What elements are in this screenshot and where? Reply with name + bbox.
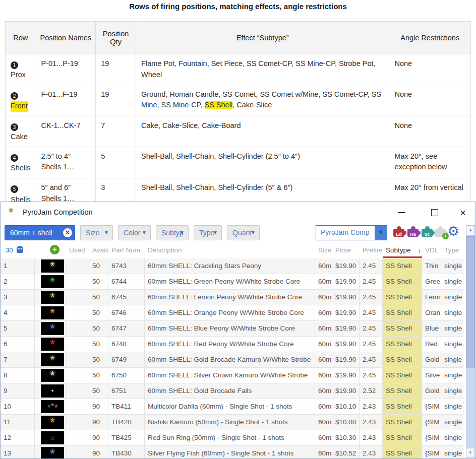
prefire-cell: 2.43: [360, 430, 383, 445]
burst-glyph: *: [50, 306, 55, 319]
doc-angle-cell: None: [389, 85, 471, 116]
filter-dropdown-quant[interactable]: Quant▼: [227, 225, 260, 240]
type-cell: single: [441, 274, 463, 289]
price-cell: $19.90: [332, 258, 360, 274]
doc-position-names-cell: 2.5″ to 4″ Shells 1…: [36, 147, 96, 178]
thumbnail-cell: •: [35, 383, 66, 399]
row-number-cell: 12: [1, 430, 35, 445]
grid-header-part-num[interactable]: Part Num: [108, 243, 145, 257]
doc-header-effect-subtype: Effect “Subtype”: [136, 22, 389, 54]
grid-header-size[interactable]: Size: [315, 243, 332, 257]
grid-row[interactable]: 2*50674460mm SHELL: Green Peony W/White …: [1, 274, 463, 290]
grid-row[interactable]: 8*50675060mm SHELL: Silver Crown Kamuro …: [1, 368, 463, 383]
doc-effects-cell: Flame Pot, Fountain, Set Piece, SS Comet…: [136, 54, 389, 85]
doc-row-label-cell: 3Cake: [6, 116, 36, 147]
part-num-cell: 6751: [108, 383, 145, 399]
available-cell: 50: [89, 274, 108, 289]
grid-row[interactable]: 6*50674860mm SHELL: Red Peony W/White St…: [1, 337, 463, 352]
filter-dropdown-color[interactable]: Color▼: [118, 225, 151, 240]
grid-row[interactable]: 11*90TB420Nishiki Kamuro (50mm) - Single…: [1, 415, 463, 430]
burst-glyph: *: [50, 275, 55, 288]
grid-row[interactable]: 7*50674960mm SHELL: Gold Brocade Kamuro …: [1, 352, 463, 368]
price-cell: $19.90: [332, 290, 360, 305]
prefire-cell: 2.43: [360, 415, 383, 430]
puzzle-icon-ra[interactable]: Ra: [407, 229, 419, 237]
effect-text: Shell-Ball, Shell-Chain, Shell-Cylinder …: [141, 183, 292, 191]
chevron-down-icon: ▼: [180, 226, 185, 240]
collection-select[interactable]: PyroJam Comp ▼: [316, 225, 387, 240]
burst-glyph: *: [50, 369, 55, 382]
size-cell: 60mm: [315, 383, 332, 399]
puzzle-icon-sc[interactable]: Sc: [422, 229, 433, 237]
maximize-button[interactable]: [427, 206, 442, 219]
grid-row[interactable]: 5*50674760mm SHELL: Blue Peony W/White S…: [1, 321, 463, 337]
grid-header-vdl[interactable]: VDL: [422, 243, 441, 257]
filter-dropdown-type[interactable]: Type▼: [194, 225, 222, 240]
scroll-down-icon[interactable]: ▼: [466, 448, 475, 458]
grid-row[interactable]: 9•50675160mm SHELL: Gold Brocade Falls60…: [1, 383, 463, 399]
used-cell: [66, 337, 89, 352]
used-cell: [66, 352, 89, 367]
close-button[interactable]: ×: [455, 206, 470, 219]
grid-header-availa[interactable]: Availa: [89, 243, 108, 257]
burst-glyph: *: [50, 322, 55, 335]
clear-search-icon[interactable]: ✕: [63, 228, 72, 237]
part-num-cell: 6748: [108, 337, 145, 352]
filter-dropdown-subtyp[interactable]: Subtyp▼: [156, 225, 189, 240]
firework-thumbnail: *: [41, 369, 64, 382]
puzzle-icon-ed[interactable]: Ed: [393, 229, 404, 237]
grid-row[interactable]: 4*50674660mm SHELL: Orange Peony W/White…: [1, 305, 463, 321]
firework-thumbnail: *: [41, 306, 64, 319]
part-num-cell: 6750: [108, 368, 145, 383]
prefire-cell: 2.45: [360, 337, 383, 352]
used-cell: [66, 305, 89, 320]
burst-glyph: *: [50, 416, 55, 429]
add-row-button[interactable]: +: [50, 245, 60, 254]
grid-header-prefire[interactable]: Prefire: [360, 243, 383, 257]
thumbnail-cell: *: [35, 290, 66, 305]
row-number-cell: 4: [1, 305, 35, 320]
puzzle-icon-add[interactable]: +: [435, 229, 446, 237]
grid-row[interactable]: 13*90TB430Silver Flying Fish (60mm) - Si…: [1, 446, 463, 459]
grid-row[interactable]: 12○90TB425Red Sun Ring (50mm) - Single S…: [1, 430, 463, 446]
ghost-icon[interactable]: [17, 246, 23, 253]
minimize-button[interactable]: [394, 206, 409, 219]
scrollbar-thumb[interactable]: [466, 236, 475, 368]
minimize-icon: [398, 212, 405, 213]
used-cell: [66, 446, 89, 459]
settings-gear-icon[interactable]: ⚙: [447, 223, 459, 239]
part-num-cell: TB411: [108, 399, 145, 414]
filter-dropdown-size[interactable]: Size▼: [80, 225, 113, 240]
doc-table-row: 4Shells2.5″ to 4″ Shells 1…5Shell-Ball, …: [6, 147, 471, 178]
thumbnail-cell: *: [35, 415, 66, 430]
grid-header-used[interactable]: Used: [66, 243, 89, 257]
prefire-cell: 2.45: [360, 321, 383, 336]
available-cell: 90: [89, 430, 108, 445]
part-num-cell: 6743: [108, 258, 145, 274]
grid-header-price[interactable]: Price: [332, 243, 360, 257]
burst-glyph: *: [50, 291, 55, 304]
doc-effects-cell: Shell-Ball, Shell-Chain, Shell-Cylinder …: [136, 147, 389, 178]
search-box[interactable]: ✕: [5, 225, 75, 240]
effect-text: Cake, Cake-Slice, Cake-Board: [141, 121, 241, 129]
vdl-cell: Gold: [422, 352, 441, 367]
description-cell: 60mm SHELL: Orange Peony W/White Strobe …: [145, 305, 315, 320]
grid-row[interactable]: 3*50674560mm SHELL: Lemon Peony W/White …: [1, 290, 463, 305]
grid-row[interactable]: 10*90TB411Multicolor Dahlia (60mm) - Sin…: [1, 399, 463, 415]
description-cell: Red Sun Ring (50mm) - Single Shot - 1 sh…: [145, 430, 315, 445]
sort-descending-icon: ↓: [418, 246, 422, 254]
grid-row[interactable]: 1*50674360mm SHELL: Crackling Stars Peon…: [1, 258, 463, 274]
grid-header-type[interactable]: Type: [441, 243, 463, 257]
scroll-up-icon[interactable]: ▲: [466, 225, 475, 235]
used-cell: [66, 415, 89, 430]
doc-position-qty-cell: 19: [96, 54, 136, 85]
collection-dropdown-icon[interactable]: ▼: [375, 226, 387, 240]
burst-glyph: *: [50, 338, 55, 351]
vertical-scrollbar[interactable]: ▲ ▼: [466, 225, 475, 458]
grid-header-subtype[interactable]: Subtype↓: [383, 243, 422, 257]
grid-header-description[interactable]: Description: [145, 243, 315, 257]
search-input[interactable]: [5, 226, 67, 240]
window-titlebar: * PyroJam Competition ×: [1, 202, 475, 223]
row-number-cell: 2: [1, 274, 35, 289]
burst-glyph: *: [51, 400, 54, 413]
